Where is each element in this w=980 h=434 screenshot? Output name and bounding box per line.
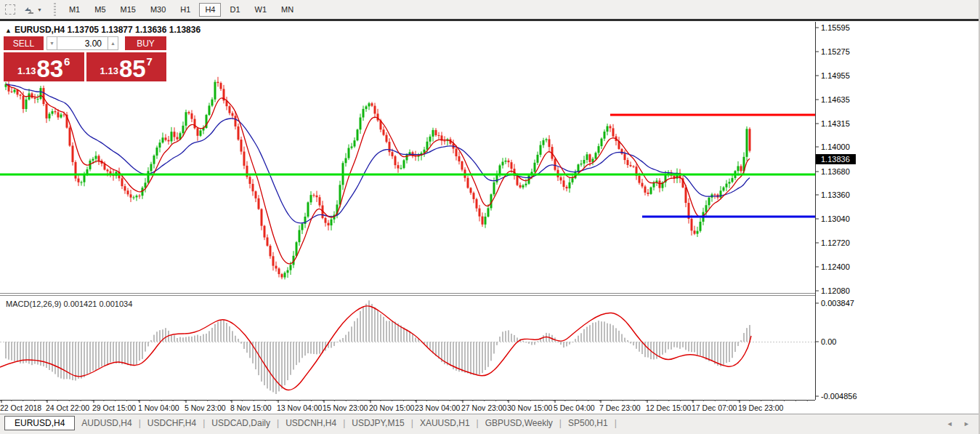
svg-text:1.14635: 1.14635	[821, 95, 850, 104]
svg-text:5 Dec 04:00: 5 Dec 04:00	[554, 403, 595, 412]
timeframe-buttons: M1M5M15M30H1H4D1W1MN	[62, 3, 301, 17]
arrange-windows-icon[interactable]	[23, 4, 36, 15]
symbol-tab-bar: EURUSD,H4AUDUSD,H4|USDCHF,H4|USDCAD,Dail…	[0, 414, 980, 434]
volume-input[interactable]: 3.00	[57, 36, 108, 50]
svg-text:7 Dec 23:00: 7 Dec 23:00	[599, 403, 641, 412]
volume-decrease-button[interactable]: ▼	[46, 36, 57, 50]
svg-text:17 Dec 07:00: 17 Dec 07:00	[692, 403, 737, 412]
buy-button[interactable]: BUY	[125, 36, 166, 50]
horizontal-lines	[0, 115, 815, 217]
chart-ohlc-title: ▲EURUSD,H4 1.13705 1.13877 1.13636 1.138…	[5, 25, 201, 35]
tab-gbpusd-weekly[interactable]: GBPUSD,Weekly	[479, 416, 559, 430]
svg-text:13 Nov 04:00: 13 Nov 04:00	[277, 403, 323, 412]
timeframe-button-d1[interactable]: D1	[224, 3, 246, 17]
svg-text:23 Nov 04:00: 23 Nov 04:00	[415, 403, 461, 412]
macd-indicator-label: MACD(12,26,9) 0.001421 0.001034	[6, 300, 132, 308]
svg-text:1.13360: 1.13360	[821, 190, 850, 199]
svg-text:19 Dec 23:00: 19 Dec 23:00	[738, 403, 784, 412]
svg-text:1.12080: 1.12080	[821, 286, 850, 295]
svg-text:1.12400: 1.12400	[821, 262, 850, 271]
tab-scroll-right-icon[interactable]: ►	[963, 420, 970, 427]
toolbar-grip-handle[interactable]	[54, 3, 56, 16]
svg-text:8 Nov 15:00: 8 Nov 15:00	[230, 403, 272, 412]
candlestick-series	[5, 77, 751, 280]
tab-separator: |	[615, 416, 617, 430]
volume-increase-button[interactable]: ▲	[108, 36, 118, 50]
crosshair-selection-icon[interactable]	[5, 4, 15, 15]
one-click-trade-panel: SELL ▼ 3.00 ▲ BUY 1.13836 1.13857	[4, 36, 166, 81]
chevron-down-icon[interactable]: ▼	[37, 7, 42, 12]
svg-text:5 Nov 23:00: 5 Nov 23:00	[185, 403, 226, 412]
timeframe-button-m1[interactable]: M1	[63, 3, 86, 17]
sell-price-display[interactable]: 1.13836	[4, 52, 84, 81]
chart-area: 1.155951.152751.149551.146351.143151.140…	[0, 21, 980, 414]
svg-text:30 Nov 15:00: 30 Nov 15:00	[507, 403, 553, 412]
svg-text:0.00: 0.00	[821, 337, 836, 346]
sell-button[interactable]: SELL	[4, 36, 44, 50]
tab-usdcad-daily[interactable]: USDCAD,Daily	[205, 416, 277, 430]
tab-usdchf-h4[interactable]: USDCHF,H4	[141, 416, 203, 430]
svg-text:0.003847: 0.003847	[821, 299, 854, 308]
svg-text:1.14000: 1.14000	[821, 142, 850, 151]
tab-sp500-h1[interactable]: SP500,H1	[562, 416, 615, 430]
timeframe-button-h4[interactable]: H4	[199, 3, 221, 17]
timeframe-button-m30[interactable]: M30	[145, 3, 171, 17]
svg-text:1.15595: 1.15595	[821, 23, 850, 32]
svg-text:-0.004856: -0.004856	[821, 392, 857, 401]
svg-text:24 Oct 22:00: 24 Oct 22:00	[46, 403, 89, 412]
ma-slow-line	[6, 84, 750, 223]
timeframe-button-m15[interactable]: M15	[115, 3, 142, 17]
tab-scroll-left-icon[interactable]: ◄	[947, 420, 953, 427]
svg-text:27 Nov 23:00: 27 Nov 23:00	[461, 403, 507, 412]
svg-text:1.12720: 1.12720	[821, 238, 850, 247]
tab-xauusd-h1[interactable]: XAUUSD,H1	[413, 416, 477, 430]
svg-text:20 Nov 15:00: 20 Nov 15:00	[369, 403, 415, 412]
svg-text:1.13836: 1.13836	[821, 155, 850, 164]
tab-scroll-controls: ◄ ►	[938, 420, 970, 427]
tab-eurusd-h4[interactable]: EURUSD,H4	[4, 416, 75, 430]
triangle-up-icon: ▲	[5, 27, 12, 34]
macd-pane: 0.0038470.00-0.004856	[0, 299, 857, 401]
svg-text:12 Dec 15:00: 12 Dec 15:00	[646, 403, 692, 412]
trading-platform-window: ▼ M1M5M15M30H1H4D1W1MN 1.155951.152751.1…	[0, 0, 980, 434]
timeframe-button-h1[interactable]: H1	[174, 3, 196, 17]
svg-text:1 Nov 04:00: 1 Nov 04:00	[138, 403, 179, 412]
time-axis: 22 Oct 201824 Oct 22:0029 Oct 15:001 Nov…	[0, 400, 807, 412]
svg-text:29 Oct 15:00: 29 Oct 15:00	[92, 403, 136, 412]
svg-text:1.13040: 1.13040	[821, 214, 850, 223]
svg-text:1.15275: 1.15275	[821, 47, 850, 56]
timeframe-button-w1[interactable]: W1	[249, 3, 273, 17]
current-price-tag: 1.13836	[816, 154, 856, 164]
svg-text:15 Nov 23:00: 15 Nov 23:00	[323, 403, 368, 412]
svg-text:1.14955: 1.14955	[821, 71, 850, 80]
svg-text:22 Oct 2018: 22 Oct 2018	[0, 403, 41, 412]
tab-audusd-h4[interactable]: AUDUSD,H4	[75, 416, 138, 430]
svg-text:1.13680: 1.13680	[821, 167, 850, 176]
buy-price-display[interactable]: 1.13857	[86, 52, 167, 81]
tab-usdcnh-h4[interactable]: USDCNH,H4	[279, 416, 343, 430]
timeframe-toolbar: ▼ M1M5M15M30H1H4D1W1MN	[0, 0, 980, 21]
macd-histogram	[5, 300, 750, 394]
timeframe-button-mn[interactable]: MN	[275, 3, 299, 17]
tab-usdjpy-m15[interactable]: USDJPY,M15	[345, 416, 410, 430]
svg-text:1.14315: 1.14315	[821, 119, 850, 128]
timeframe-button-m5[interactable]: M5	[89, 3, 111, 17]
